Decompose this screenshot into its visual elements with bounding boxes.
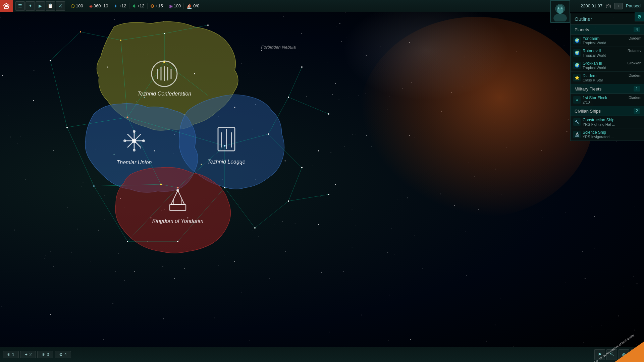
svg-point-92	[142, 139, 145, 142]
svg-point-57	[201, 164, 202, 165]
bottom-right-buttons: ⚑ ⛏ ◎ ≡	[594, 349, 644, 360]
military-button[interactable]: ⚔	[56, 1, 65, 11]
planet-info-4: Diadem Class K Star	[583, 73, 627, 82]
svg-point-68	[234, 67, 235, 67]
planet-info-3: Grokkan III Tropical World	[583, 61, 625, 70]
civilian-count: 2	[634, 108, 640, 114]
planet-item-grokkan[interactable]: 🌍 Grokkan III Tropical World Grokkan	[571, 59, 644, 72]
speed-tab-2[interactable]: ✦ 2	[20, 351, 36, 358]
military-section-label: Military Fleets	[575, 86, 601, 92]
outliner-title: Outliner	[571, 13, 644, 25]
military-section-header[interactable]: Military Fleets 1	[571, 84, 644, 94]
svg-point-66	[53, 150, 54, 151]
svg-point-38	[80, 31, 81, 33]
svg-text:Tezhnid League: Tezhnid League	[207, 159, 245, 165]
ship-item-science[interactable]: 🔬 Science Ship YRS Invigorated ...	[571, 128, 644, 141]
svg-point-48	[328, 113, 329, 115]
svg-point-43	[177, 241, 178, 242]
svg-point-53	[107, 67, 108, 68]
speed-tabs: ❄ 1 ✦ 2 ❄ 3 ⚙ 4	[0, 350, 74, 360]
speed-tab-4-label: 4	[64, 352, 67, 357]
pause-button[interactable]: ⏸	[614, 3, 623, 9]
policies-button[interactable]: 📋	[46, 1, 55, 11]
empire-button[interactable]: ☰	[15, 1, 25, 11]
galaxy-map[interactable]: Tezhnid Confederation Themlar Union Tezh…	[0, 0, 644, 362]
planet-icon-2: 🌍	[573, 49, 581, 57]
minerals-resource: ◈ 360+10	[86, 3, 111, 9]
speed-tab-4[interactable]: ⚙ 4	[55, 351, 71, 358]
outliner-settings-button[interactable]: ⚙	[635, 12, 644, 21]
planets-section-header[interactable]: Planets 4	[571, 25, 644, 35]
svg-point-72	[352, 134, 353, 134]
svg-point-47	[301, 66, 303, 68]
fleet-info: 1st Star Flock 2/10	[583, 96, 627, 104]
speed-tab-1[interactable]: ❄ 1	[3, 351, 19, 358]
svg-point-42	[127, 241, 128, 242]
construction-ship-icon: 🔧	[573, 118, 581, 126]
tech-button[interactable]: ✦	[25, 1, 35, 11]
svg-point-58	[154, 150, 155, 152]
outliner-panel: Outliner Planets 4 🌍 Yondarim Tropical W…	[570, 13, 644, 141]
construction-ship-info: Construction Ship YRS Fighting Hat ...	[583, 118, 641, 126]
naval-icon: ⛵	[186, 3, 192, 9]
svg-point-51	[328, 194, 329, 195]
svg-point-35	[164, 33, 165, 34]
svg-point-71	[335, 83, 336, 84]
alloys-value: +15	[156, 3, 163, 8]
planet-item-diadem[interactable]: ⭐ Diadem Class K Star Diadem	[571, 72, 644, 84]
planets-section-label: Planets	[575, 27, 589, 32]
energy-icon: ⬡	[71, 3, 75, 9]
game-speed: (9)	[606, 3, 611, 8]
civilian-section-header[interactable]: Civilian Ships 2	[571, 106, 644, 116]
svg-point-59	[114, 154, 115, 155]
unity-value: 100	[174, 3, 181, 8]
game-logo[interactable]	[0, 0, 13, 12]
svg-point-65	[33, 100, 34, 101]
svg-point-49	[301, 167, 303, 168]
planet-location-2: Rotanev	[628, 49, 641, 53]
food-icon: ❋	[132, 3, 136, 9]
svg-point-40	[66, 127, 68, 128]
svg-point-114	[561, 7, 562, 9]
planet-location: Diadem	[629, 36, 641, 40]
planet-name-3: Grokkan III	[583, 61, 625, 66]
svg-text:Themlar Union: Themlar Union	[117, 160, 152, 165]
map-markers-button[interactable]: ⚑	[594, 349, 605, 360]
svg-point-37	[120, 40, 121, 41]
leader-portrait[interactable]	[550, 0, 570, 23]
resources-button[interactable]: ⛏	[606, 349, 617, 360]
game-date: 2200.01.07	[581, 3, 602, 8]
svg-point-31	[127, 117, 128, 118]
svg-point-73	[335, 184, 336, 185]
svg-line-24	[288, 97, 329, 114]
speed-tab-2-icon: ✦	[24, 352, 28, 357]
ship-item-construction[interactable]: 🔧 Construction Ship YRS Fighting Hat ...	[571, 116, 644, 128]
svg-point-46	[288, 97, 289, 98]
bottom-navigation-bar: ❄ 1 ✦ 2 ❄ 3 ⚙ 4 ⚑ ⛏ ◎ ≡	[0, 347, 644, 362]
fleet-item-star-flock[interactable]: ⚔ 1st Star Flock 2/10 Diadem	[571, 94, 644, 106]
svg-line-28	[255, 201, 288, 228]
svg-point-94	[133, 149, 136, 152]
settings-button[interactable]: ≡	[631, 349, 641, 360]
alloys-resource: ⚙ +15	[147, 3, 166, 9]
science-ship-sub: YRS Invigorated ...	[583, 135, 641, 139]
energy-resource: ⬡ 100	[68, 3, 86, 9]
planet-type-2: Tropical World	[583, 53, 626, 57]
zoom-button[interactable]: ◎	[619, 349, 629, 360]
planets-count: 4	[634, 27, 640, 32]
svg-point-39	[50, 60, 51, 61]
planet-item-rotanev[interactable]: 🌍 Rotanev II Tropical World Rotanev	[571, 47, 644, 59]
svg-point-45	[268, 133, 269, 135]
planet-item-yondarim[interactable]: 🌍 Yondarim Tropical World Diadem	[571, 35, 644, 47]
svg-point-74	[318, 224, 319, 225]
speed-tab-3-label: 3	[47, 352, 49, 357]
speed-tab-1-icon: ❄	[7, 352, 10, 357]
planet-info-2: Rotanev II Tropical World	[583, 49, 626, 57]
naval-resource: ⛵ 0/0	[183, 3, 202, 9]
play-button[interactable]: ▶	[36, 1, 45, 11]
svg-point-34	[177, 187, 179, 189]
speed-tab-3[interactable]: ❄ 3	[37, 351, 53, 358]
svg-point-61	[151, 218, 152, 219]
planet-type-4: Class K Star	[583, 78, 627, 82]
planet-icon: 🌍	[573, 37, 581, 44]
